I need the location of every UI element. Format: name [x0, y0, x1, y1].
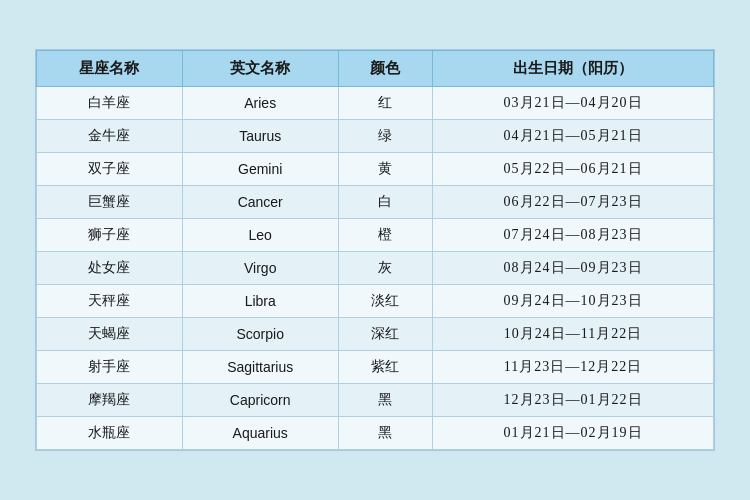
table-row: 白羊座Aries红03月21日—04月20日: [37, 87, 714, 120]
cell-chinese-name: 巨蟹座: [37, 186, 183, 219]
cell-birthdate: 05月22日—06月21日: [433, 153, 714, 186]
cell-chinese-name: 白羊座: [37, 87, 183, 120]
table-row: 巨蟹座Cancer白06月22日—07月23日: [37, 186, 714, 219]
cell-chinese-name: 天秤座: [37, 285, 183, 318]
cell-birthdate: 03月21日—04月20日: [433, 87, 714, 120]
cell-chinese-name: 摩羯座: [37, 384, 183, 417]
cell-chinese-name: 处女座: [37, 252, 183, 285]
cell-birthdate: 12月23日—01月22日: [433, 384, 714, 417]
zodiac-table-container: 星座名称 英文名称 颜色 出生日期（阳历） 白羊座Aries红03月21日—04…: [35, 49, 715, 451]
cell-english-name: Libra: [182, 285, 338, 318]
table-row: 水瓶座Aquarius黑01月21日—02月19日: [37, 417, 714, 450]
cell-chinese-name: 天蝎座: [37, 318, 183, 351]
cell-color: 红: [338, 87, 432, 120]
cell-english-name: Capricorn: [182, 384, 338, 417]
cell-color: 绿: [338, 120, 432, 153]
cell-english-name: Scorpio: [182, 318, 338, 351]
cell-english-name: Leo: [182, 219, 338, 252]
table-row: 天秤座Libra淡红09月24日—10月23日: [37, 285, 714, 318]
table-row: 摩羯座Capricorn黑12月23日—01月22日: [37, 384, 714, 417]
cell-color: 淡红: [338, 285, 432, 318]
table-header-row: 星座名称 英文名称 颜色 出生日期（阳历）: [37, 51, 714, 87]
cell-color: 黑: [338, 384, 432, 417]
cell-chinese-name: 金牛座: [37, 120, 183, 153]
cell-chinese-name: 双子座: [37, 153, 183, 186]
header-english-name: 英文名称: [182, 51, 338, 87]
cell-color: 黄: [338, 153, 432, 186]
cell-color: 紫红: [338, 351, 432, 384]
header-chinese-name: 星座名称: [37, 51, 183, 87]
cell-color: 黑: [338, 417, 432, 450]
table-body: 白羊座Aries红03月21日—04月20日金牛座Taurus绿04月21日—0…: [37, 87, 714, 450]
table-row: 处女座Virgo灰08月24日—09月23日: [37, 252, 714, 285]
cell-birthdate: 11月23日—12月22日: [433, 351, 714, 384]
cell-birthdate: 01月21日—02月19日: [433, 417, 714, 450]
cell-color: 橙: [338, 219, 432, 252]
cell-english-name: Aquarius: [182, 417, 338, 450]
cell-color: 白: [338, 186, 432, 219]
cell-chinese-name: 水瓶座: [37, 417, 183, 450]
cell-english-name: Taurus: [182, 120, 338, 153]
cell-english-name: Virgo: [182, 252, 338, 285]
header-color: 颜色: [338, 51, 432, 87]
cell-english-name: Gemini: [182, 153, 338, 186]
cell-birthdate: 08月24日—09月23日: [433, 252, 714, 285]
cell-birthdate: 10月24日—11月22日: [433, 318, 714, 351]
table-row: 天蝎座Scorpio深红10月24日—11月22日: [37, 318, 714, 351]
cell-birthdate: 09月24日—10月23日: [433, 285, 714, 318]
cell-chinese-name: 射手座: [37, 351, 183, 384]
cell-chinese-name: 狮子座: [37, 219, 183, 252]
table-row: 金牛座Taurus绿04月21日—05月21日: [37, 120, 714, 153]
header-birthdate: 出生日期（阳历）: [433, 51, 714, 87]
table-row: 双子座Gemini黄05月22日—06月21日: [37, 153, 714, 186]
table-row: 射手座Sagittarius紫红11月23日—12月22日: [37, 351, 714, 384]
cell-english-name: Cancer: [182, 186, 338, 219]
cell-color: 灰: [338, 252, 432, 285]
cell-birthdate: 04月21日—05月21日: [433, 120, 714, 153]
cell-english-name: Sagittarius: [182, 351, 338, 384]
zodiac-table: 星座名称 英文名称 颜色 出生日期（阳历） 白羊座Aries红03月21日—04…: [36, 50, 714, 450]
cell-birthdate: 07月24日—08月23日: [433, 219, 714, 252]
cell-birthdate: 06月22日—07月23日: [433, 186, 714, 219]
cell-english-name: Aries: [182, 87, 338, 120]
table-row: 狮子座Leo橙07月24日—08月23日: [37, 219, 714, 252]
cell-color: 深红: [338, 318, 432, 351]
